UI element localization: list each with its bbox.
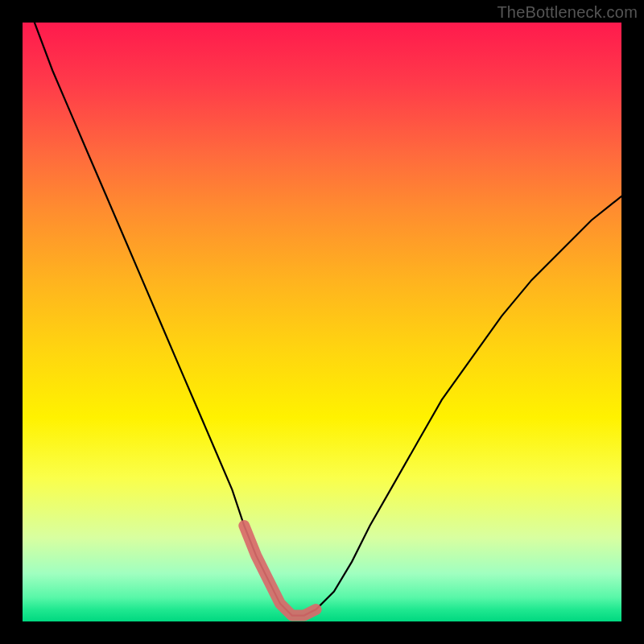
- bottleneck-curve: [35, 23, 621, 616]
- watermark-text: TheBottleneck.com: [497, 3, 638, 22]
- optimal-zone-highlight: [244, 526, 316, 616]
- bottleneck-plot: [23, 23, 621, 621]
- chart-frame: TheBottleneck.com: [0, 0, 644, 644]
- curve-layer: [23, 23, 621, 621]
